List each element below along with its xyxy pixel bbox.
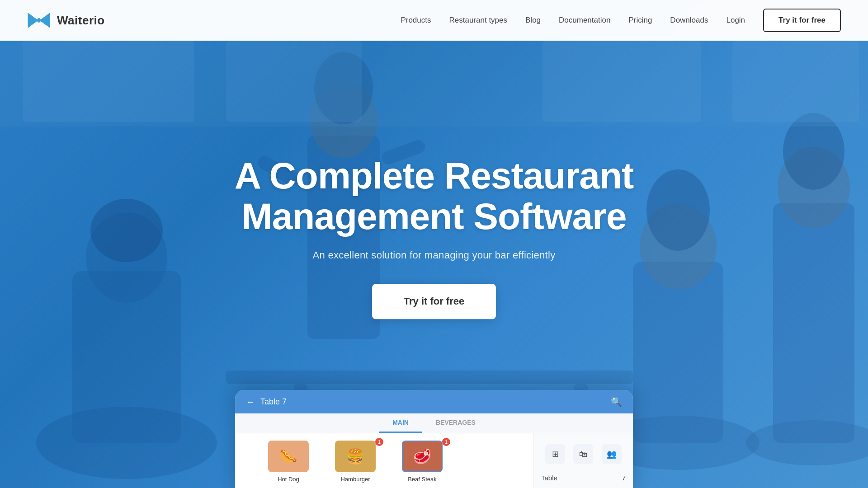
mockup-table-title: Table 7 [260, 397, 287, 407]
hero-title: A Complete Restaurant Management Softwar… [231, 155, 637, 237]
navbar: Waiterio Products Restaurant types Blog … [0, 0, 868, 41]
back-arrow-icon[interactable]: ← [246, 397, 255, 407]
steak-label: Beaf Steak [408, 476, 437, 483]
hero-subtitle: An excellent solution for managing your … [231, 250, 637, 262]
nav-restaurant-types[interactable]: Restaurant types [449, 16, 508, 25]
hero-content: A Complete Restaurant Management Softwar… [231, 155, 637, 319]
hamburger-img: 🍔 [335, 441, 376, 472]
app-mockup: ← Table 7 🔍 MAIN BEVERAGES 🌭 Hot Dog 🍔 [235, 390, 633, 488]
nav-blog[interactable]: Blog [525, 16, 541, 25]
menu-item-steak[interactable]: 🥩 1 Beaf Steak [391, 441, 454, 483]
tab-main[interactable]: MAIN [379, 413, 422, 433]
mockup-menu-items: 🌭 Hot Dog 🍔 1 Hamburger 🥩 1 Beaf Steak [235, 433, 533, 488]
bag-icon-btn[interactable]: 🛍 [573, 444, 593, 464]
nav-login[interactable]: Login [726, 16, 745, 25]
hero-cta-button[interactable]: Try it for free [372, 284, 496, 319]
mockup-action-icons: ⊞ 🛍 👥 [541, 441, 626, 468]
steak-img: 🥩 [402, 441, 443, 472]
hamburger-badge: 1 [375, 438, 383, 446]
svg-point-0 [37, 18, 41, 23]
brand-logo[interactable]: Waiterio [27, 12, 105, 28]
mockup-header: ← Table 7 🔍 [235, 390, 633, 413]
hero-title-line1: A Complete Restaurant [235, 155, 634, 196]
nav-products[interactable]: Products [401, 16, 431, 25]
mockup-search-icon[interactable]: 🔍 [611, 396, 622, 407]
nav-pricing[interactable]: Pricing [628, 16, 652, 25]
mockup-body: 🌭 Hot Dog 🍔 1 Hamburger 🥩 1 Beaf Steak [235, 433, 633, 488]
brand-name: Waiterio [57, 14, 105, 28]
mockup-order-sidebar: ⊞ 🛍 👥 Table 7 [533, 433, 633, 488]
nav-downloads[interactable]: Downloads [670, 16, 708, 25]
hotdog-img: 🌭 [268, 441, 309, 472]
mockup-items-list: 🌭 Hot Dog 🍔 1 Hamburger 🥩 1 Beaf Steak [246, 433, 523, 488]
hamburger-label: Hamburger [340, 476, 370, 483]
hero-section: A Complete Restaurant Management Softwar… [0, 0, 868, 488]
bowtie-icon [27, 12, 51, 28]
hotdog-label: Hot Dog [278, 476, 299, 483]
tab-beverages[interactable]: BEVERAGES [422, 413, 489, 433]
people-icon-btn[interactable]: 👥 [602, 444, 622, 464]
nav-links: Products Restaurant types Blog Documenta… [401, 16, 745, 25]
table-label: Table [541, 474, 557, 482]
mockup-tabs: MAIN BEVERAGES [235, 413, 633, 433]
nav-cta-button[interactable]: Try it for free [763, 9, 841, 32]
menu-item-hotdog[interactable]: 🌭 Hot Dog [257, 441, 320, 483]
steak-badge: 1 [442, 438, 450, 446]
grid-icon-btn[interactable]: ⊞ [545, 444, 565, 464]
table-value: 7 [622, 474, 626, 482]
mockup-header-left: ← Table 7 [246, 397, 287, 407]
mockup-table-info-row: Table 7 [541, 472, 626, 483]
nav-documentation[interactable]: Documentation [559, 16, 610, 25]
menu-item-hamburger[interactable]: 🍔 1 Hamburger [324, 441, 387, 483]
hero-title-line2: Management Software [241, 196, 626, 237]
